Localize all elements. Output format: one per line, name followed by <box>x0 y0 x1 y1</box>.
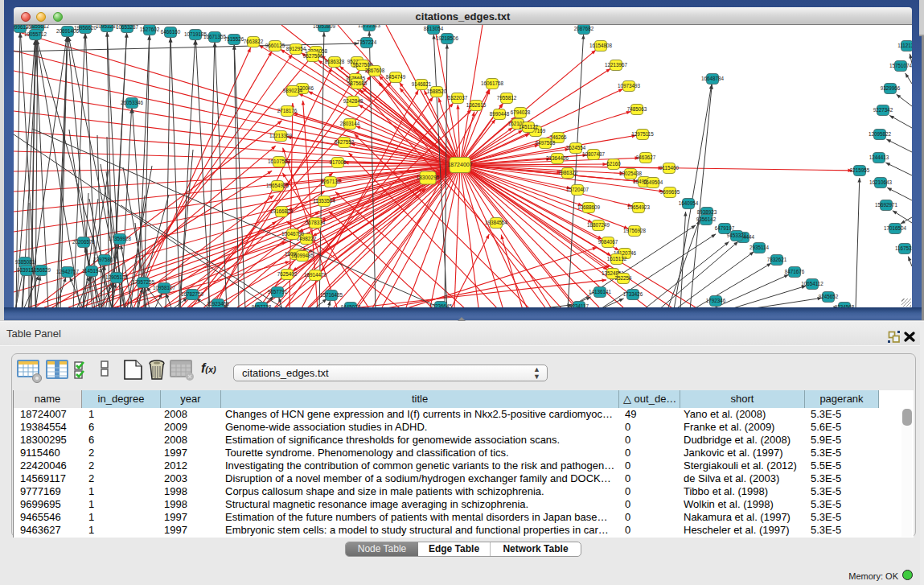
svg-text:1649504: 1649504 <box>643 179 663 185</box>
svg-text:16154808: 16154808 <box>589 43 613 48</box>
svg-text:6497568: 6497568 <box>536 140 556 146</box>
svg-text:1167533: 1167533 <box>895 245 912 251</box>
svg-text:7832621: 7832621 <box>767 257 787 262</box>
svg-text:1498222: 1498222 <box>297 236 317 241</box>
svg-text:9445023: 9445023 <box>341 304 361 307</box>
svg-text:19756928: 19756928 <box>623 228 647 233</box>
svg-text:15720407: 15720407 <box>566 187 589 192</box>
svg-text:19654923: 19654923 <box>627 204 651 210</box>
svg-text:1451122: 1451122 <box>519 124 539 130</box>
svg-text:19384554: 19384554 <box>485 220 508 225</box>
svg-text:16053809: 16053809 <box>313 25 336 29</box>
svg-text:10973493: 10973493 <box>618 83 641 89</box>
svg-text:14136141: 14136141 <box>589 289 612 295</box>
svg-text:2718176: 2718176 <box>277 108 298 113</box>
svg-text:7485063: 7485063 <box>627 106 647 112</box>
svg-text:1527602: 1527602 <box>140 27 160 32</box>
svg-text:10653287: 10653287 <box>116 25 139 30</box>
svg-text:9242848: 9242848 <box>343 98 363 104</box>
svg-text:12905135: 12905135 <box>105 274 129 280</box>
svg-text:9660125: 9660125 <box>265 43 285 48</box>
svg-text:12942757: 12942757 <box>56 269 80 274</box>
svg-text:12095822: 12095822 <box>869 131 892 137</box>
svg-text:9329966: 9329966 <box>881 85 901 91</box>
svg-text:8471676: 8471676 <box>785 269 805 274</box>
svg-text:1588520: 1588520 <box>427 89 447 94</box>
svg-text:9657712: 9657712 <box>252 304 272 307</box>
svg-text:6466160: 6466160 <box>161 29 181 35</box>
svg-text:16782759: 16782759 <box>181 291 204 297</box>
svg-text:8186328: 8186328 <box>325 59 345 64</box>
svg-text:2803144: 2803144 <box>340 121 360 126</box>
svg-text:3624554: 3624554 <box>566 145 586 150</box>
svg-text:1615132: 1615132 <box>607 256 627 262</box>
svg-text:19654925: 19654925 <box>266 183 290 188</box>
svg-text:16061768: 16061768 <box>481 80 504 86</box>
svg-text:16671355: 16671355 <box>203 34 227 39</box>
svg-text:917006: 917006 <box>329 159 347 165</box>
svg-text:9890234: 9890234 <box>283 88 303 93</box>
svg-text:8990448: 8990448 <box>490 111 510 117</box>
svg-text:16099485: 16099485 <box>291 253 314 258</box>
svg-text:7663822: 7663822 <box>244 39 264 44</box>
svg-text:15751074: 15751074 <box>889 63 912 68</box>
svg-text:2867608: 2867608 <box>365 68 385 73</box>
svg-text:1145194: 1145194 <box>82 268 102 274</box>
svg-text:9453321: 9453321 <box>727 233 747 238</box>
svg-text:8454749: 8454749 <box>386 74 406 80</box>
svg-text:9463627: 9463627 <box>636 154 656 160</box>
svg-text:18807249: 18807249 <box>587 222 610 228</box>
svg-text:12213967: 12213967 <box>605 62 628 68</box>
svg-text:19956620: 19956620 <box>74 25 97 31</box>
svg-text:2087682: 2087682 <box>574 26 594 31</box>
svg-text:11353594: 11353594 <box>313 198 335 204</box>
svg-text:62160: 62160 <box>606 161 621 167</box>
svg-text:12213369: 12213369 <box>269 133 293 138</box>
svg-text:10046790: 10046790 <box>281 231 305 237</box>
svg-text:19055712: 19055712 <box>24 31 47 37</box>
svg-text:1640954: 1640954 <box>679 200 699 206</box>
svg-text:20855612: 20855612 <box>27 25 50 29</box>
svg-text:1112133: 1112133 <box>897 43 912 48</box>
svg-text:7986322: 7986322 <box>558 170 578 175</box>
svg-text:9115460: 9115460 <box>659 165 680 171</box>
svg-text:10958107: 10958107 <box>153 285 176 290</box>
svg-text:9234568: 9234568 <box>835 304 855 307</box>
svg-text:9084067: 9084067 <box>598 239 618 245</box>
svg-text:19166829: 19166829 <box>270 208 294 214</box>
svg-text:1733426: 1733426 <box>623 291 643 297</box>
svg-text:10688609: 10688609 <box>577 204 601 210</box>
svg-text:252254: 252254 <box>614 275 632 281</box>
svg-text:9356142: 9356142 <box>696 216 717 222</box>
svg-text:15722313: 15722313 <box>358 25 381 28</box>
svg-text:23975867: 23975867 <box>93 257 117 262</box>
svg-text:6794028: 6794028 <box>511 109 531 115</box>
svg-text:8427552: 8427552 <box>335 139 355 145</box>
svg-text:21364436: 21364436 <box>546 155 569 161</box>
svg-text:5678334: 5678334 <box>306 220 326 225</box>
svg-text:9245652: 9245652 <box>819 294 839 299</box>
svg-text:7357224: 7357224 <box>357 39 377 45</box>
svg-text:15716485: 15716485 <box>320 292 343 298</box>
svg-text:1792346: 1792346 <box>706 298 726 303</box>
svg-text:7625402: 7625402 <box>277 271 298 277</box>
svg-text:20206576: 20206576 <box>72 239 96 245</box>
svg-text:9146821: 9146821 <box>412 81 432 87</box>
svg-text:8267130: 8267130 <box>321 179 341 184</box>
svg-text:1362615: 1362615 <box>466 102 487 108</box>
svg-text:26053346: 26053346 <box>121 100 144 105</box>
svg-text:10025438: 10025438 <box>619 171 643 176</box>
svg-text:16648784: 16648784 <box>701 76 725 81</box>
svg-text:9699695: 9699695 <box>660 189 680 195</box>
svg-text:12975115: 12975115 <box>631 131 654 137</box>
svg-text:5322037: 5322037 <box>448 95 468 101</box>
svg-text:746266: 746266 <box>549 134 567 140</box>
svg-text:10236645: 10236645 <box>429 303 453 307</box>
svg-text:9527500: 9527500 <box>303 53 323 59</box>
svg-text:8912954: 8912954 <box>286 46 306 51</box>
svg-text:8813054: 8813054 <box>424 26 444 31</box>
svg-text:10807487: 10807487 <box>582 151 606 157</box>
svg-text:9234117: 9234117 <box>569 303 589 307</box>
svg-text:16914479: 16914479 <box>304 272 327 278</box>
svg-text:9657791: 9657791 <box>268 289 288 295</box>
